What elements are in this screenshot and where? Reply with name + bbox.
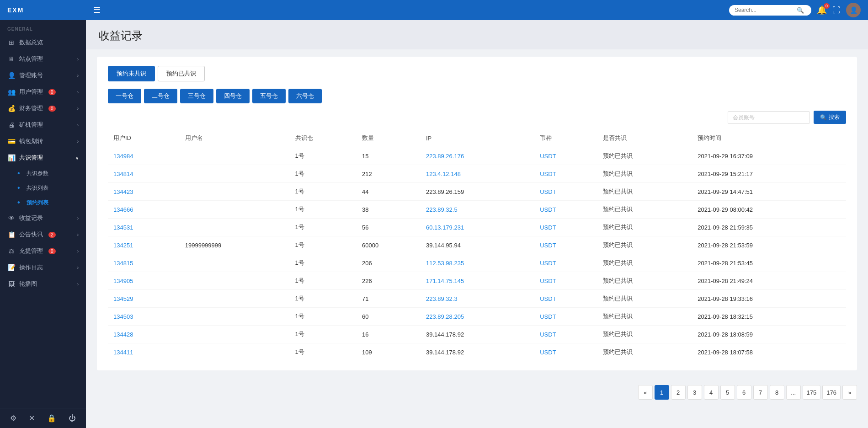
sidebar-item-account[interactable]: 👤 管理账号 › bbox=[0, 67, 86, 84]
cell-username bbox=[180, 254, 290, 272]
cell-uid[interactable]: 134666 bbox=[108, 201, 180, 219]
account-icon: 👤 bbox=[7, 72, 16, 79]
sidebar-item-users[interactable]: 👥 用户管理 0 › bbox=[0, 84, 86, 100]
cell-warehouse: 1号 bbox=[290, 272, 357, 290]
cell-uid[interactable]: 134905 bbox=[108, 272, 180, 290]
pagination-page-2[interactable]: 2 bbox=[671, 385, 686, 400]
cell-uid[interactable]: 134529 bbox=[108, 290, 180, 308]
sidebar-item-miner[interactable]: 🖨 矿机管理 › bbox=[0, 117, 86, 133]
cell-status: 预约已共识 bbox=[597, 308, 692, 326]
pagination-next[interactable]: » bbox=[842, 385, 857, 400]
cell-uid[interactable]: 134815 bbox=[108, 254, 180, 272]
close-icon[interactable]: ✕ bbox=[29, 414, 35, 423]
main-card: 预约未共识 预约已共识 一号仓 二号仓 三号仓 四号仓 五号仓 六号仓 🔍 搜索 bbox=[97, 57, 857, 370]
cell-ip: 223.89.26.159 bbox=[421, 183, 534, 201]
cell-status: 预约已共识 bbox=[597, 165, 692, 183]
cell-qty: 16 bbox=[357, 326, 421, 343]
cell-time: 2021-09-28 21:59:35 bbox=[692, 219, 846, 236]
sidebar-item-reservation-list[interactable]: 预约列表 bbox=[14, 195, 86, 210]
cell-uid[interactable]: 134814 bbox=[108, 165, 180, 183]
cell-qty: 56 bbox=[357, 219, 421, 236]
cell-status: 预约已共识 bbox=[597, 254, 692, 272]
warehouse-6-btn[interactable]: 六号仓 bbox=[288, 89, 322, 103]
sidebar: EXM GENERAL ⊞ 数据总览 🖥 站点管理 › 👤 管理账号 › 👥 用… bbox=[0, 0, 86, 428]
chevron-right-icon: › bbox=[77, 139, 79, 144]
pagination-page-176[interactable]: 176 bbox=[822, 385, 841, 400]
pagination-page-5[interactable]: 5 bbox=[720, 385, 735, 400]
pagination-page-175[interactable]: 175 bbox=[803, 385, 821, 400]
sidebar-item-consensus[interactable]: 📊 共识管理 ∨ bbox=[0, 150, 86, 166]
sidebar-footer: ⚙ ✕ 🔒 ⏻ bbox=[0, 408, 86, 428]
sidebar-item-wallet[interactable]: 💳 钱包划转 › bbox=[0, 133, 86, 150]
cell-coin: USDT bbox=[534, 272, 597, 290]
pagination-page-3[interactable]: 3 bbox=[687, 385, 702, 400]
power-icon[interactable]: ⏻ bbox=[69, 414, 76, 423]
cell-time: 2021-09-28 18:07:58 bbox=[692, 343, 846, 361]
banner-icon: 🖼 bbox=[7, 280, 16, 288]
consensus-icon: 📊 bbox=[7, 154, 16, 161]
cell-qty: 60 bbox=[357, 308, 421, 326]
sidebar-item-consensus-params[interactable]: 共识参数 bbox=[14, 166, 86, 181]
member-search-input[interactable] bbox=[728, 111, 810, 124]
chevron-right-icon: › bbox=[77, 73, 79, 78]
sidebar-item-banner[interactable]: 🖼 轮播图 › bbox=[0, 276, 86, 292]
hamburger-icon[interactable]: ☰ bbox=[93, 5, 101, 15]
cell-warehouse: 1号 bbox=[290, 343, 357, 361]
cell-uid[interactable]: 134411 bbox=[108, 343, 180, 361]
avatar[interactable]: 👤 bbox=[846, 3, 861, 17]
cell-coin: USDT bbox=[534, 183, 597, 201]
cell-username bbox=[180, 308, 290, 326]
sidebar-item-label: 共识管理 bbox=[19, 154, 43, 162]
pagination-page-7[interactable]: 7 bbox=[753, 385, 768, 400]
sidebar-item-income[interactable]: 👁 收益记录 › bbox=[0, 210, 86, 226]
col-ip: IP bbox=[421, 129, 534, 147]
tab-unconfirmed[interactable]: 预约未共识 bbox=[108, 66, 155, 81]
sidebar-item-station[interactable]: 🖥 站点管理 › bbox=[0, 51, 86, 67]
sidebar-item-recharge[interactable]: ⚖ 充提管理 0 › bbox=[0, 243, 86, 259]
col-qty: 数量 bbox=[357, 129, 421, 147]
col-username: 用户名 bbox=[180, 129, 290, 147]
table-row: 134411 1号 109 39.144.178.92 USDT 预约已共识 2… bbox=[108, 343, 846, 361]
cell-uid[interactable]: 134984 bbox=[108, 147, 180, 165]
pagination-page-...[interactable]: ... bbox=[786, 385, 801, 400]
col-time: 预约时间 bbox=[692, 129, 846, 147]
search-button[interactable]: 🔍 搜索 bbox=[814, 111, 846, 124]
col-status: 是否共识 bbox=[597, 129, 692, 147]
col-coin: 币种 bbox=[534, 129, 597, 147]
sidebar-item-dashboard[interactable]: ⊞ 数据总览 bbox=[0, 34, 86, 51]
cell-uid[interactable]: 134251 bbox=[108, 236, 180, 254]
warehouse-3-btn[interactable]: 三号仓 bbox=[180, 89, 213, 103]
warehouse-4-btn[interactable]: 四号仓 bbox=[216, 89, 250, 103]
sidebar-item-notice[interactable]: 📋 公告快讯 2 › bbox=[0, 226, 86, 243]
settings-icon[interactable]: ⚙ bbox=[10, 414, 16, 423]
cell-coin: USDT bbox=[534, 290, 597, 308]
sidebar-item-label: 操作日志 bbox=[19, 263, 43, 272]
sidebar-item-label: 数据总览 bbox=[19, 38, 43, 47]
pagination-page-1[interactable]: 1 bbox=[655, 385, 669, 400]
lock-icon[interactable]: 🔒 bbox=[47, 414, 56, 423]
warehouse-2-btn[interactable]: 二号仓 bbox=[144, 89, 177, 103]
pagination-prev[interactable]: « bbox=[638, 385, 653, 400]
search-btn-label: 搜索 bbox=[829, 113, 840, 121]
cell-uid[interactable]: 134531 bbox=[108, 219, 180, 236]
pagination-page-6[interactable]: 6 bbox=[737, 385, 751, 400]
cell-uid[interactable]: 134428 bbox=[108, 326, 180, 343]
cell-ip: 39.144.178.92 bbox=[421, 326, 534, 343]
cell-uid[interactable]: 134503 bbox=[108, 308, 180, 326]
expand-icon[interactable]: ⛶ bbox=[832, 5, 841, 15]
sidebar-item-consensus-list[interactable]: 共识列表 bbox=[14, 181, 86, 195]
notification-bell[interactable]: 🔔 0 bbox=[817, 5, 827, 15]
tab-confirmed[interactable]: 预约已共识 bbox=[158, 66, 205, 81]
cell-ip: 223.89.28.205 bbox=[421, 308, 534, 326]
sidebar-item-oplog[interactable]: 📝 操作日志 › bbox=[0, 259, 86, 276]
sidebar-item-finance[interactable]: 💰 财务管理 0 › bbox=[0, 100, 86, 117]
search-input[interactable] bbox=[735, 7, 794, 13]
cell-username bbox=[180, 147, 290, 165]
warehouse-1-btn[interactable]: 一号仓 bbox=[108, 89, 141, 103]
cell-ip: 223.89.32.5 bbox=[421, 201, 534, 219]
cell-uid[interactable]: 134423 bbox=[108, 183, 180, 201]
pagination-page-4[interactable]: 4 bbox=[704, 385, 719, 400]
warehouse-5-btn[interactable]: 五号仓 bbox=[252, 89, 286, 103]
pagination-page-8[interactable]: 8 bbox=[770, 385, 784, 400]
cell-warehouse: 1号 bbox=[290, 165, 357, 183]
